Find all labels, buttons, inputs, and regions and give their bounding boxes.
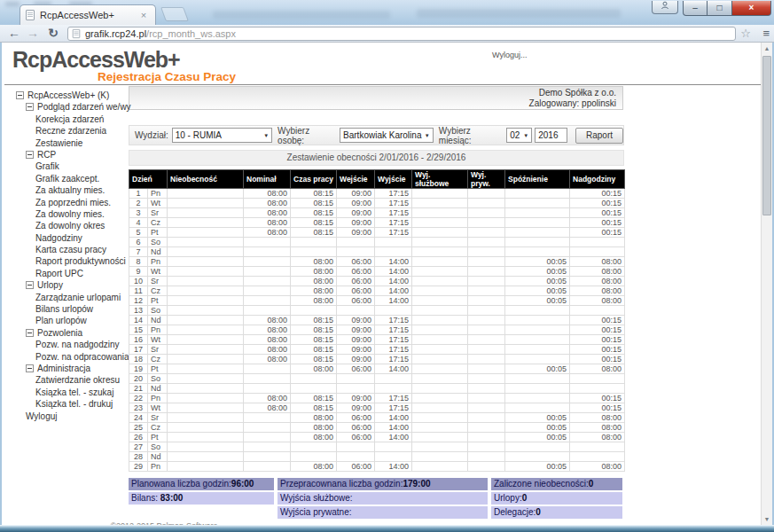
- sidebar-item[interactable]: RcpAccessWeb+ (K): [2, 90, 128, 101]
- table-cell: 00:15: [570, 316, 625, 325]
- sidebar-item[interactable]: Za aktualny mies.: [2, 184, 128, 196]
- table-cell: [468, 189, 505, 199]
- scroll-up-icon[interactable]: ▲: [762, 43, 772, 54]
- chevron-down-icon: ▼: [263, 133, 269, 138]
- table-cell: [468, 345, 505, 355]
- table-cell: [337, 374, 375, 384]
- table-cell: 06:00: [337, 257, 375, 267]
- new-tab-button[interactable]: [160, 7, 189, 21]
- browser-tab[interactable]: RcpAccessWeb+ ×: [20, 4, 156, 25]
- bookmark-star-icon[interactable]: ☆: [740, 26, 751, 42]
- month-select[interactable]: 02 ▼: [506, 128, 532, 143]
- table-row: 22Pn08:0008:1509:0017:1500:15: [129, 394, 625, 403]
- scrollbar-thumb[interactable]: [762, 56, 771, 215]
- sidebar-item[interactable]: Korekcja zdarzeń: [2, 113, 128, 125]
- sidebar-item[interactable]: Ksiązka tel. - szukaj: [2, 387, 128, 398]
- table-cell: 3: [129, 208, 148, 218]
- sidebar-item-label: Ksiązka tel. - szukaj: [2, 387, 113, 397]
- table-cell: [168, 355, 244, 364]
- menu-icon[interactable]: ≡: [762, 26, 770, 42]
- summary-cell: Planowana liczba godzin:96:00: [129, 478, 274, 490]
- sidebar-item[interactable]: Za poprzedni mies.: [2, 197, 128, 208]
- table-cell: 17:15: [375, 189, 412, 199]
- sidebar-item[interactable]: Pozwolenia: [2, 327, 128, 339]
- table-cell: 06:00: [337, 364, 375, 374]
- sidebar-item[interactable]: Za dowolny okres: [2, 220, 128, 231]
- table-cell: 08:00: [291, 296, 337, 306]
- sidebar-item[interactable]: Zatwierdzanie okresu: [2, 374, 128, 386]
- year-input[interactable]: 2016: [535, 128, 567, 143]
- sidebar-item[interactable]: RCP: [2, 149, 128, 160]
- table-cell: [468, 218, 505, 228]
- sidebar-item[interactable]: Wyloguj: [2, 411, 128, 422]
- sidebar-item[interactable]: Plan urlopów: [2, 315, 128, 326]
- sidebar-item[interactable]: Ksiązka tel. - drukuj: [2, 398, 128, 410]
- logout-link[interactable]: Wyloguj...: [492, 51, 527, 59]
- address-bar[interactable]: grafik.rcp24.pl/rcp_month_ws.aspx: [67, 27, 736, 41]
- browser-titlebar[interactable]: RcpAccessWeb+ × – □ ×: [0, 0, 774, 25]
- scroll-down-icon[interactable]: ▼: [762, 513, 772, 525]
- table-cell: [505, 228, 570, 238]
- sidebar-item[interactable]: Raport produktywności: [2, 255, 128, 267]
- sidebar-item[interactable]: Administracja: [2, 363, 128, 374]
- table-cell: 08:15: [291, 316, 337, 325]
- reload-button[interactable]: ↻: [44, 25, 62, 42]
- table-cell: 15: [129, 325, 148, 335]
- table-cell: [412, 208, 468, 218]
- table-cell: [505, 442, 570, 452]
- collapse-minus-icon[interactable]: [26, 103, 34, 111]
- sidebar-item[interactable]: Nadgodziny: [2, 232, 128, 244]
- maximize-button[interactable]: □: [708, 1, 732, 16]
- sidebar-item[interactable]: Reczne zdarzenia: [2, 125, 128, 137]
- table-cell: [505, 394, 570, 403]
- page-scrollbar[interactable]: ▲ ▼: [761, 43, 772, 525]
- table-cell: 09:00: [337, 199, 375, 208]
- table-cell: Sr: [148, 208, 168, 218]
- table-cell: 08:00: [244, 355, 291, 364]
- table-cell: [168, 374, 244, 384]
- collapse-minus-icon[interactable]: [26, 364, 34, 372]
- collapse-minus-icon[interactable]: [26, 281, 34, 289]
- sidebar-item[interactable]: Raport UPC: [2, 268, 128, 279]
- table-cell: [412, 325, 468, 335]
- sidebar-item[interactable]: Zarządzanie urlopami: [2, 292, 128, 303]
- sidebar-item[interactable]: Zestawienie: [2, 137, 128, 149]
- sidebar-item[interactable]: Pozw. na nadgodziny: [2, 339, 128, 350]
- department-select[interactable]: 10 - RUMIA ▼: [172, 128, 272, 143]
- table-cell: [505, 403, 570, 413]
- table-cell: [244, 374, 291, 384]
- table-cell: [168, 345, 244, 355]
- table-cell: [468, 257, 505, 267]
- table-cell: [168, 267, 244, 277]
- sidebar-item[interactable]: Grafik: [2, 160, 128, 172]
- table-cell: 08:00: [244, 345, 291, 355]
- tab-close-icon[interactable]: ×: [137, 10, 150, 20]
- table-cell: 7: [129, 247, 148, 257]
- sidebar-item[interactable]: Podgląd zdarzeń we/wy: [2, 101, 128, 113]
- background-window-artifact: [213, 11, 390, 19]
- minimize-button[interactable]: –: [683, 1, 708, 16]
- sidebar-tree: RcpAccessWeb+ (K)Podgląd zdarzeń we/wyKo…: [2, 90, 128, 422]
- person-select[interactable]: Bartkowiak Karolina ▼: [340, 128, 434, 143]
- collapse-minus-icon[interactable]: [16, 91, 24, 99]
- sidebar-item[interactable]: Grafik zaakcept.: [2, 173, 128, 184]
- sidebar-item[interactable]: Karta czasu pracy: [2, 244, 128, 255]
- table-cell: 00:05: [505, 413, 570, 423]
- sidebar-item[interactable]: Bilans urlopów: [2, 303, 128, 315]
- table-cell: 09:00: [337, 325, 375, 335]
- table-cell: 14:00: [375, 286, 412, 296]
- sidebar-item[interactable]: Za dowolny mies.: [2, 208, 128, 220]
- forward-button[interactable]: →: [24, 25, 42, 42]
- profile-button[interactable]: [652, 1, 678, 14]
- back-button[interactable]: ←: [5, 25, 23, 42]
- sidebar-item[interactable]: Pozw. na odpracowania: [2, 351, 128, 363]
- collapse-minus-icon[interactable]: [26, 151, 34, 159]
- collapse-minus-icon[interactable]: [26, 329, 34, 337]
- table-cell: [412, 189, 468, 199]
- table-cell: 00:15: [570, 325, 625, 335]
- close-button[interactable]: ×: [732, 1, 771, 16]
- raport-button[interactable]: Raport: [575, 128, 623, 144]
- table-cell: Pt: [148, 433, 168, 442]
- sidebar-item[interactable]: Urlopy: [2, 279, 128, 291]
- summary-value: 0: [589, 479, 594, 489]
